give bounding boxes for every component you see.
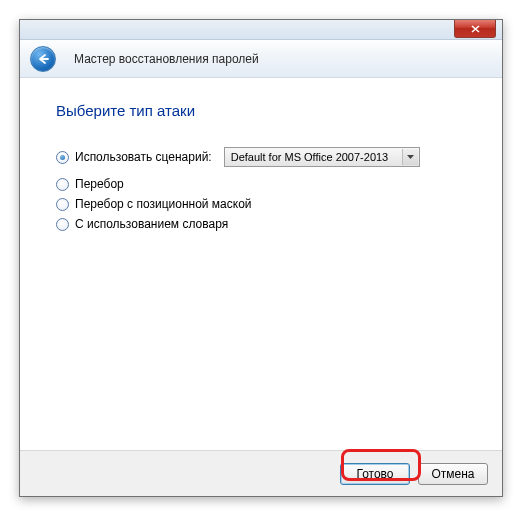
footer-bar: Готово Отмена	[20, 450, 502, 496]
radio-mask[interactable]	[56, 198, 69, 211]
back-arrow-icon	[36, 53, 50, 65]
scenario-dropdown-value: Default for MS Office 2007-2013	[231, 151, 389, 163]
close-icon	[471, 25, 480, 33]
option-dict: С использованием словаря	[56, 217, 470, 231]
done-button[interactable]: Готово	[340, 463, 410, 485]
scenario-dropdown[interactable]: Default for MS Office 2007-2013	[224, 147, 420, 167]
radio-scenario-label[interactable]: Использовать сценарий:	[75, 150, 212, 164]
option-scenario: Использовать сценарий: Default for MS Of…	[56, 147, 470, 167]
radio-brute-label[interactable]: Перебор	[75, 177, 124, 191]
radio-dict[interactable]	[56, 218, 69, 231]
radio-brute[interactable]	[56, 178, 69, 191]
back-button[interactable]	[30, 46, 56, 72]
radio-dict-label[interactable]: С использованием словаря	[75, 217, 228, 231]
option-mask: Перебор с позиционной маской	[56, 197, 470, 211]
wizard-title: Мастер восстановления паролей	[74, 52, 259, 66]
header-bar: Мастер восстановления паролей	[20, 40, 502, 78]
dropdown-arrow	[402, 149, 418, 165]
titlebar	[20, 20, 502, 40]
cancel-button[interactable]: Отмена	[418, 463, 488, 485]
page-heading: Выберите тип атаки	[56, 102, 470, 119]
chevron-down-icon	[407, 155, 414, 159]
content-area: Выберите тип атаки Использовать сценарий…	[20, 78, 502, 450]
radio-scenario[interactable]	[56, 151, 69, 164]
radio-mask-label[interactable]: Перебор с позиционной маской	[75, 197, 252, 211]
close-button[interactable]	[454, 20, 496, 38]
wizard-window: Мастер восстановления паролей Выберите т…	[19, 19, 503, 497]
option-brute: Перебор	[56, 177, 470, 191]
